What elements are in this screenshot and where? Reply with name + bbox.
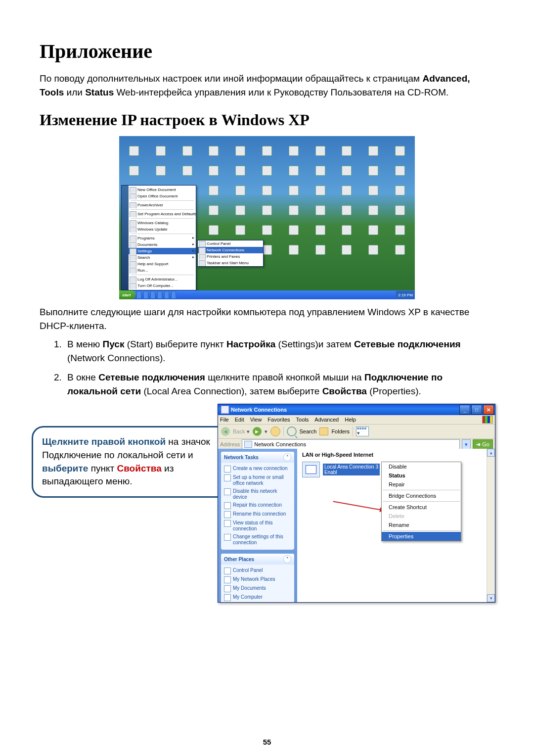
step-text: (Properties). [369,386,421,396]
task-label: Disable this network device [233,488,291,500]
start-menu-item-logoff[interactable]: Log Off Administrator... [129,276,196,283]
back-button[interactable]: ◄ [221,427,230,436]
start-menu-item-documents[interactable]: Documents [129,241,196,248]
scrollbar[interactable]: ▴ ▾ [487,449,495,602]
start-menu[interactable]: New Office Document Open Office Document… [121,185,196,290]
minimize-button[interactable]: _ [459,405,470,415]
maximize-button[interactable]: □ [471,405,482,415]
ctx-bridge[interactable]: Bridge Connections [382,491,461,500]
start-menu-item[interactable]: Open Office Document [129,193,196,199]
close-button[interactable]: ✕ [483,405,494,415]
task-link[interactable]: Set up a home or small office network [224,473,291,487]
forward-dropdown[interactable] [265,428,267,435]
toolbar[interactable]: ◄ Back ► Search Folders [218,425,495,439]
place-link[interactable]: My Computer [224,593,291,602]
go-button[interactable]: ➜Go [473,439,493,449]
search-icon[interactable] [287,426,297,436]
window-titlebar[interactable]: Network Connections _ □ ✕ [218,404,495,415]
left-task-pane: Network Tasks ˄ Create a new connection … [218,449,297,602]
folders-icon[interactable] [319,427,328,435]
taskbar-button[interactable] [136,291,141,299]
task-icon [224,511,231,518]
task-link[interactable]: Rename this connection [224,510,291,519]
place-link[interactable]: Control Panel [224,567,291,575]
menu-help[interactable]: Help [345,417,356,423]
menu-view[interactable]: View [250,417,262,423]
menu-file[interactable]: File [220,417,229,423]
task-link[interactable]: Create a new connection [224,465,291,473]
up-button[interactable] [270,426,280,436]
taskbar[interactable]: start 2:19 PM [119,290,415,299]
start-menu-item[interactable]: Windows Update [129,226,196,233]
ctx-status[interactable]: Status [382,471,461,480]
system-tray[interactable]: 2:19 PM [396,291,415,299]
menu-edit[interactable]: Edit [235,417,244,423]
chevron-up-icon[interactable]: ˄ [283,453,291,461]
ctx-repair[interactable]: Repair [382,480,461,489]
task-label: View status of this connection [233,520,291,532]
start-menu-item[interactable]: Set Program Access and Defaults [129,211,196,217]
ctx-properties[interactable]: Properties [382,532,461,541]
address-dropdown-button[interactable]: ▾ [462,439,471,449]
back-label[interactable]: Back [233,428,250,435]
taskbar-button[interactable] [157,291,162,299]
forward-button[interactable]: ► [253,427,262,436]
ctx-disable[interactable]: Disable [382,462,461,471]
submenu-network-connections[interactable]: Network Connections [198,247,263,253]
start-menu-item-search[interactable]: Search [129,254,196,261]
taskbar-button[interactable] [171,291,176,299]
place-link[interactable]: My Documents [224,584,291,593]
menu-advanced[interactable]: Advanced [314,417,339,423]
context-menu[interactable]: Disable Status Repair Bridge Connections… [381,462,461,541]
panel-header[interactable]: Other Places [224,557,254,562]
folders-label[interactable]: Folders [331,428,350,434]
submenu-taskbar[interactable]: Taskbar and Start Menu [198,260,263,266]
start-menu-item-settings[interactable]: Settings [129,248,196,254]
taskbar-button[interactable] [164,291,169,299]
task-link[interactable]: Repair this connection [224,501,291,510]
step-text: (Settings)и затем [278,339,354,349]
start-menu-item-help[interactable]: Help and Support [129,261,196,267]
windows-flag-icon [482,416,493,424]
view-button[interactable] [356,426,369,436]
start-menu-item[interactable]: New Office Document [129,187,196,193]
place-icon [224,567,231,574]
content-pane[interactable]: LAN or High-Speed Internet Local Area Co… [297,449,495,602]
task-link[interactable]: Disable this network device [224,487,291,501]
ctx-delete[interactable]: Delete [382,512,461,520]
ctx-shortcut[interactable]: Create Shortcut [382,503,461,512]
task-label: Rename this connection [233,511,286,517]
task-icon [224,488,231,495]
heading-appendix: Приложение [40,40,494,63]
menu-tools[interactable]: Tools [296,417,309,423]
start-menu-item-run[interactable]: Run... [129,267,196,274]
scroll-up-button[interactable]: ▴ [487,449,495,457]
place-link[interactable]: My Network Places [224,575,291,584]
submenu-printers[interactable]: Printers and Faxes [198,253,263,260]
start-menu-item[interactable]: PowerArchiver [129,202,196,208]
panel-header[interactable]: Network Tasks [224,455,259,460]
address-field[interactable]: Network Connections [242,439,460,449]
menu-bar[interactable]: File Edit View Favorites Tools Advanced … [218,415,495,425]
go-arrow-icon: ➜ [476,441,481,448]
start-menu-item-shutdown[interactable]: Turn Off Computer... [129,283,196,289]
screenshot-2-network-connections: Network Connections _ □ ✕ File Edit View… [218,404,495,603]
step-bold: Пуск [103,339,125,349]
scroll-down-button[interactable]: ▾ [487,594,495,602]
start-submenu-settings[interactable]: Control Panel Network Connections Printe… [197,240,264,267]
start-menu-item-programs[interactable]: Programs [129,235,196,241]
task-link[interactable]: View status of this connection [224,519,291,533]
connection-item[interactable]: Local Area Connection 3 Enabl [302,462,380,477]
submenu-control-panel[interactable]: Control Panel [198,240,263,247]
ctx-rename[interactable]: Rename [382,520,461,529]
task-link[interactable]: Change settings of this connection [224,533,291,547]
taskbar-button[interactable] [143,291,148,299]
intro-post: Web-интерфейса управления или к Руководс… [117,87,449,97]
chevron-up-icon[interactable]: ˄ [283,555,291,563]
search-label[interactable]: Search [300,428,317,434]
menu-favorites[interactable]: Favorites [267,417,290,423]
panel-other-places: Other Places ˄ Control Panel My Network … [221,554,294,602]
taskbar-button[interactable] [150,291,155,299]
start-button[interactable]: start [119,290,135,299]
start-menu-item[interactable]: Windows Catalog [129,220,196,226]
